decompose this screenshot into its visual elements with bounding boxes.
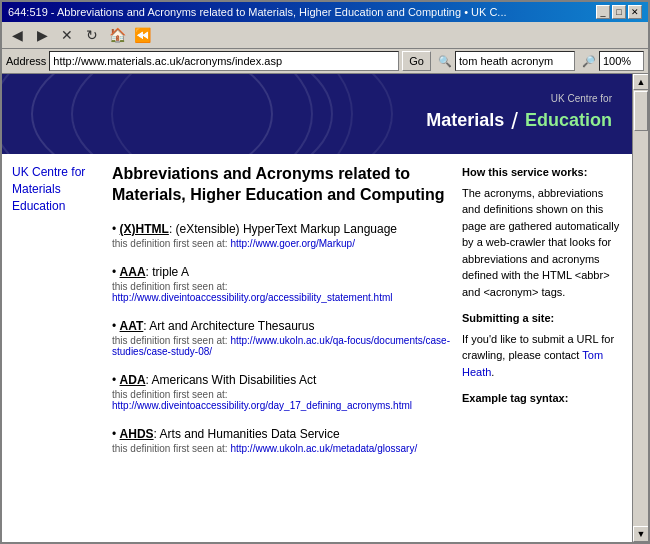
term-source-link[interactable]: http://www.goer.org/Markup/ — [230, 238, 355, 249]
term-bullet: • AAA: triple A — [112, 265, 189, 279]
left-sidebar: UK Centre for Materials Education — [12, 164, 102, 468]
term-bullet: • (X)HTML: (eXtensible) HyperText Markup… — [112, 222, 397, 236]
minimize-button[interactable]: _ — [596, 5, 610, 19]
how-works-text: The acronyms, abbreviations and definiti… — [462, 185, 622, 301]
address-label: Address — [6, 55, 46, 67]
maximize-button[interactable]: □ — [612, 5, 626, 19]
browser-content: UK Centre for Materials / Education UK C… — [2, 74, 648, 542]
logo-education-label: Education — [525, 109, 612, 132]
term-entry-aaa: • AAA: triple A this definition first se… — [112, 263, 452, 303]
logo-uk-label: UK Centre for — [426, 92, 612, 105]
main-layout: UK Centre for Materials Education Abbrev… — [2, 154, 632, 478]
page-content: UK Centre for Materials / Education UK C… — [2, 74, 632, 542]
site-logo: UK Centre for Materials / Education — [426, 92, 612, 136]
example-title: Example tag syntax: — [462, 390, 622, 407]
term-def: : Arts and Humanities Data Service — [154, 427, 340, 441]
svg-point-1 — [2, 74, 312, 154]
term-abbr: (X)HTML — [120, 222, 169, 236]
scrollbar-thumb[interactable] — [634, 91, 648, 131]
logo-divider: / — [511, 105, 518, 136]
term-source: this definition first seen at: http://ww… — [112, 443, 452, 454]
term-def: : Art and Architecture Thesaurus — [143, 319, 314, 333]
browser-window: 644:519 - Abbreviations and Acronyms rel… — [0, 0, 650, 544]
term-source: this definition first seen at: http://ww… — [112, 238, 452, 249]
search-input[interactable] — [455, 51, 575, 71]
history-button[interactable]: ⏪ — [131, 24, 153, 46]
term-def: : triple A — [146, 265, 189, 279]
term-source: this definition first seen at: http://ww… — [112, 281, 452, 303]
term-entry-ahds: • AHDS: Arts and Humanities Data Service… — [112, 425, 452, 454]
scroll-down-button[interactable]: ▼ — [633, 526, 648, 542]
browser-toolbar: ◀ ▶ ✕ ↻ 🏠 ⏪ — [2, 22, 648, 49]
svg-point-0 — [32, 74, 272, 154]
window-controls: _ □ ✕ — [596, 5, 642, 19]
svg-point-4 — [112, 74, 392, 154]
article-title: Abbreviations and Acronyms related to Ma… — [112, 164, 452, 206]
go-button[interactable]: Go — [402, 51, 431, 71]
back-button[interactable]: ◀ — [6, 24, 28, 46]
close-button[interactable]: ✕ — [628, 5, 642, 19]
zoom-icon: 🔎 — [582, 55, 596, 68]
main-article: Abbreviations and Acronyms related to Ma… — [112, 164, 452, 468]
title-bar: 644:519 - Abbreviations and Acronyms rel… — [2, 2, 648, 22]
refresh-button[interactable]: ↻ — [81, 24, 103, 46]
url-input[interactable] — [49, 51, 399, 71]
page-header: UK Centre for Materials / Education — [2, 74, 632, 154]
scrollbar-track[interactable] — [633, 90, 648, 526]
term-bullet: • AAT: Art and Architecture Thesaurus — [112, 319, 315, 333]
term-source-link[interactable]: http://www.ukoln.ac.uk/qa-focus/document… — [112, 335, 450, 357]
term-def: : (eXtensible) HyperText Markup Language — [169, 222, 397, 236]
home-button[interactable]: 🏠 — [106, 24, 128, 46]
address-bar: Address Go 🔍 🔎 — [2, 49, 648, 74]
logo-text: UK Centre for Materials / Education — [426, 92, 612, 136]
term-abbr: AAT — [120, 319, 144, 333]
scroll-up-button[interactable]: ▲ — [633, 74, 648, 90]
right-sidebar: How this service works: The acronyms, ab… — [462, 164, 622, 468]
term-abbr: AHDS — [120, 427, 154, 441]
svg-point-2 — [2, 74, 352, 154]
term-bullet: • AHDS: Arts and Humanities Data Service — [112, 427, 340, 441]
search-icon: 🔍 — [438, 55, 452, 68]
term-entry-xhtml: • (X)HTML: (eXtensible) HyperText Markup… — [112, 220, 452, 249]
forward-button[interactable]: ▶ — [31, 24, 53, 46]
submit-text: If you'd like to submit a URL for crawli… — [462, 331, 622, 381]
term-abbr: ADA — [120, 373, 146, 387]
term-source-link[interactable]: http://www.diveintoaccessibility.org/day… — [112, 400, 412, 411]
logo-materials-label: Materials — [426, 109, 504, 132]
window-title: 644:519 - Abbreviations and Acronyms rel… — [8, 6, 507, 18]
zoom-input[interactable] — [599, 51, 644, 71]
term-source: this definition first seen at: http://ww… — [112, 389, 452, 411]
term-entry-aat: • AAT: Art and Architecture Thesaurus th… — [112, 317, 452, 357]
term-bullet: • ADA: Americans With Disabilities Act — [112, 373, 316, 387]
sidebar-home-link[interactable]: UK Centre for Materials Education — [12, 165, 85, 213]
scrollbar-right: ▲ ▼ — [632, 74, 648, 542]
submit-title: Submitting a site: — [462, 310, 622, 327]
term-source-link[interactable]: http://www.diveintoaccessibility.org/acc… — [112, 292, 392, 303]
stop-button[interactable]: ✕ — [56, 24, 78, 46]
term-abbr: AAA — [120, 265, 146, 279]
term-source: this definition first seen at: http://ww… — [112, 335, 452, 357]
term-entry-ada: • ADA: Americans With Disabilities Act t… — [112, 371, 452, 411]
how-works-title: How this service works: — [462, 164, 622, 181]
term-def: : Americans With Disabilities Act — [146, 373, 317, 387]
term-source-link[interactable]: http://www.ukoln.ac.uk/metadata/glossary… — [230, 443, 417, 454]
